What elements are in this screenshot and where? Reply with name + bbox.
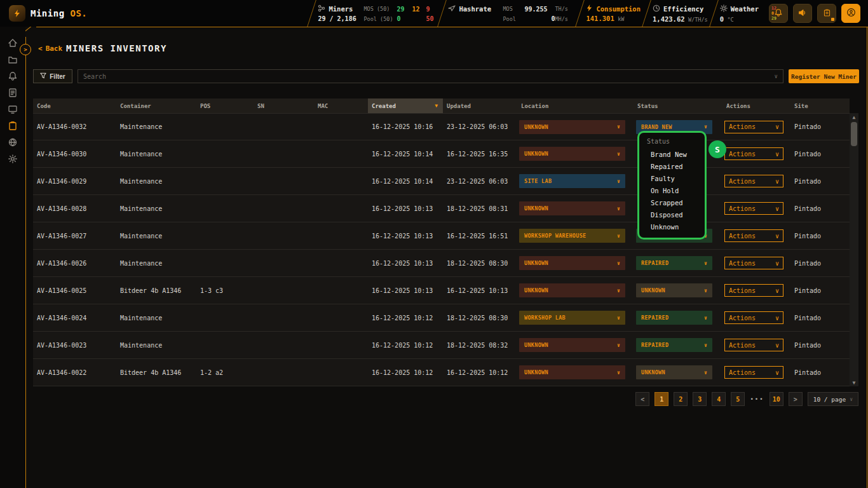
pagination-page-1[interactable]: 1 — [654, 392, 668, 406]
status-select[interactable]: REPAIRED∨ — [636, 338, 712, 352]
column-header-code[interactable]: Code — [33, 98, 116, 113]
back-button[interactable]: < Back — [38, 44, 62, 53]
status-option-unknown[interactable]: Unknown — [647, 221, 705, 233]
column-header-mac[interactable]: MAC — [314, 98, 368, 113]
sort-desc-icon[interactable]: ▼ — [435, 103, 438, 109]
column-header-sn[interactable]: SN — [254, 98, 314, 113]
status-value: UNKNOWN — [641, 287, 665, 294]
created-cell: 16-12-2025 10:13 — [368, 233, 443, 240]
column-header-created[interactable]: Created▼ — [368, 98, 443, 113]
location-select[interactable]: UNKNOWN∨ — [519, 283, 625, 297]
actions-select[interactable]: Actions∨ — [724, 202, 783, 215]
pagination-next-button[interactable]: > — [789, 392, 803, 406]
register-new-miner-button[interactable]: Register New Miner — [789, 69, 859, 83]
scroll-up-icon[interactable]: ▲ — [850, 113, 858, 121]
actions-cell: Actions∨ — [722, 121, 790, 133]
actions-select[interactable]: Actions∨ — [724, 257, 783, 269]
status-option-disposed[interactable]: Disposed — [647, 209, 705, 221]
status-option-repaired[interactable]: Repaired — [647, 161, 705, 173]
chevron-down-icon: ∨ — [617, 315, 620, 321]
scrollbar-thumb[interactable] — [851, 122, 857, 146]
pagination-page-4[interactable]: 4 — [712, 392, 726, 406]
column-header-pos[interactable]: POS — [196, 98, 254, 113]
status-value: REPAIRED — [641, 342, 668, 348]
pagination-page-2[interactable]: 2 — [674, 392, 688, 406]
status-option-faulty[interactable]: Faulty — [647, 173, 705, 185]
column-header-container[interactable]: Container — [116, 98, 196, 113]
column-header-label: Status — [637, 103, 658, 109]
page-size-select[interactable]: 10 / page∨ — [808, 392, 858, 406]
miners-icon — [318, 4, 325, 13]
column-header-status[interactable]: Status — [634, 98, 722, 113]
notifications-button[interactable]: 12 0 29 — [769, 4, 788, 23]
sidebar-item-folder[interactable] — [8, 55, 18, 65]
code-cell: AV-A1346-0029 — [33, 178, 116, 185]
actions-select[interactable]: Actions∨ — [724, 229, 783, 242]
column-header-label: Updated — [447, 103, 471, 109]
actions-select[interactable]: Actions∨ — [724, 175, 783, 187]
column-header-site[interactable]: Site — [790, 98, 850, 113]
site-cell: Pintado — [790, 233, 850, 240]
search-input[interactable] — [83, 73, 771, 80]
status-select[interactable]: UNKNOWN∨ — [636, 283, 712, 297]
column-header-updated[interactable]: Updated — [443, 98, 517, 113]
sidebar-collapse-button[interactable]: > — [20, 44, 31, 55]
location-select[interactable]: WORKSHOP WAREHOUSE∨ — [519, 229, 625, 243]
location-select[interactable]: WORKSHOP LAB∨ — [519, 311, 625, 325]
actions-select[interactable]: Actions∨ — [724, 121, 783, 133]
status-option-brand-new[interactable]: Brand New — [647, 149, 705, 161]
table-row: AV-A1346-0027Maintenance16-12-2025 10:13… — [33, 222, 850, 250]
location-select[interactable]: UNKNOWN∨ — [519, 147, 625, 161]
actions-select[interactable]: Actions∨ — [724, 147, 783, 160]
account-button[interactable] — [841, 4, 860, 23]
status-option-scrapped[interactable]: Scrapped — [647, 197, 705, 209]
site-cell: Pintado — [790, 315, 850, 322]
location-select[interactable]: UNKNOWN∨ — [519, 120, 625, 134]
actions-select[interactable]: Actions∨ — [724, 311, 783, 324]
chevron-down-icon: ∨ — [704, 288, 707, 294]
status-select[interactable]: UNKNOWN∨ — [636, 365, 712, 379]
location-cell: WORKSHOP LAB∨ — [517, 311, 634, 325]
chevron-down-icon: ∨ — [617, 124, 620, 130]
actions-label: Actions — [729, 287, 756, 294]
container-cell: Maintenance — [116, 178, 196, 185]
table-row: AV-A1346-0026Maintenance16-12-2025 10:13… — [33, 250, 850, 277]
location-select[interactable]: UNKNOWN∨ — [519, 201, 625, 215]
scroll-down-icon[interactable]: ▼ — [850, 379, 858, 386]
sidebar-item-globe[interactable] — [8, 137, 18, 147]
search-chevron-down-icon[interactable]: ∨ — [775, 73, 778, 79]
site-cell: Pintado — [790, 369, 850, 376]
column-header-actions[interactable]: Actions — [722, 98, 790, 113]
location-select[interactable]: UNKNOWN∨ — [519, 338, 625, 352]
sidebar-item-clipboard-active[interactable] — [8, 121, 18, 131]
sound-button[interactable] — [793, 4, 812, 23]
sidebar-item-monitor[interactable] — [8, 104, 18, 114]
pagination-prev-button[interactable]: < — [635, 392, 649, 406]
location-cell: UNKNOWN∨ — [517, 283, 634, 297]
status-option-on-hold[interactable]: On Hold — [647, 185, 705, 197]
app-logo: Mining OS. — [9, 5, 87, 22]
status-select[interactable]: REPAIRED∨ — [636, 311, 712, 325]
actions-label: Actions — [729, 315, 756, 322]
sidebar-item-home[interactable] — [8, 38, 18, 48]
location-select[interactable]: SITE LAB∨ — [519, 174, 625, 188]
location-select[interactable]: UNKNOWN∨ — [519, 256, 625, 270]
sidebar-item-bell[interactable] — [8, 71, 18, 81]
location-select[interactable]: UNKNOWN∨ — [519, 365, 625, 379]
chevron-down-icon: ∨ — [617, 151, 620, 157]
chevron-down-icon: ∨ — [704, 124, 707, 130]
pagination-page-3[interactable]: 3 — [693, 392, 707, 406]
pagination-page-10[interactable]: 10 — [770, 392, 783, 406]
actions-select[interactable]: Actions∨ — [724, 284, 783, 297]
notes-button[interactable] — [817, 4, 836, 23]
pagination-page-5[interactable]: 5 — [731, 392, 745, 406]
actions-select[interactable]: Actions∨ — [724, 366, 783, 379]
sidebar-item-document[interactable] — [8, 88, 18, 98]
sidebar-item-gear[interactable] — [8, 154, 18, 164]
filter-button[interactable]: Filter — [33, 69, 72, 83]
column-header-location[interactable]: Location — [517, 98, 634, 113]
chevron-down-icon: ∨ — [775, 123, 779, 130]
actions-select[interactable]: Actions∨ — [724, 339, 783, 351]
status-select[interactable]: REPAIRED∨ — [636, 256, 712, 270]
table-scrollbar[interactable]: ▲ ▼ — [850, 113, 858, 386]
